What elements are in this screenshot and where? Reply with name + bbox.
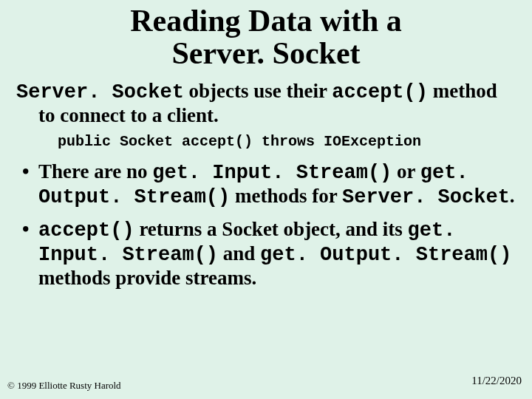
b1-text-4: . (510, 185, 515, 207)
title-line-2: Server. Socket (171, 36, 360, 70)
b2-text-3: methods provide streams. (38, 267, 256, 289)
intro-paragraph: Server. Socket objects use their accept(… (16, 80, 516, 127)
bullet-item-1: There are no get. Input. Stream() or get… (22, 160, 516, 209)
b1-text-3: methods for (230, 185, 342, 207)
bullet-list: There are no get. Input. Stream() or get… (16, 160, 516, 290)
b2-text-1: returns a Socket object, and its (134, 218, 408, 240)
intro-code-1: Server. Socket (16, 81, 184, 103)
b2-code-3: get. Output. Stream() (260, 244, 511, 266)
slide: Reading Data with a Server. Socket Serve… (0, 0, 532, 399)
b2-text-2: and (218, 242, 260, 265)
date-footer: 11/22/2020 (471, 375, 522, 387)
slide-title: Reading Data with a Server. Socket (0, 0, 532, 69)
copyright-footer: © 1999 Elliotte Rusty Harold (7, 380, 121, 392)
b2-code-1: accept() (38, 219, 134, 242)
intro-text-1: objects use their (184, 80, 332, 102)
b1-code-3: Server. Socket (342, 186, 510, 208)
bullet-item-2: accept() returns a Socket object, and it… (22, 218, 516, 290)
slide-body: Server. Socket objects use their accept(… (0, 69, 532, 290)
b1-text-1: There are no (38, 160, 152, 183)
b1-code-1: get. Input. Stream() (152, 162, 392, 184)
intro-code-2: accept() (332, 81, 428, 103)
title-line-1: Reading Data with a (130, 4, 402, 38)
b1-text-2: or (392, 160, 420, 183)
method-signature: public Socket accept() throws IOExceptio… (16, 133, 516, 150)
